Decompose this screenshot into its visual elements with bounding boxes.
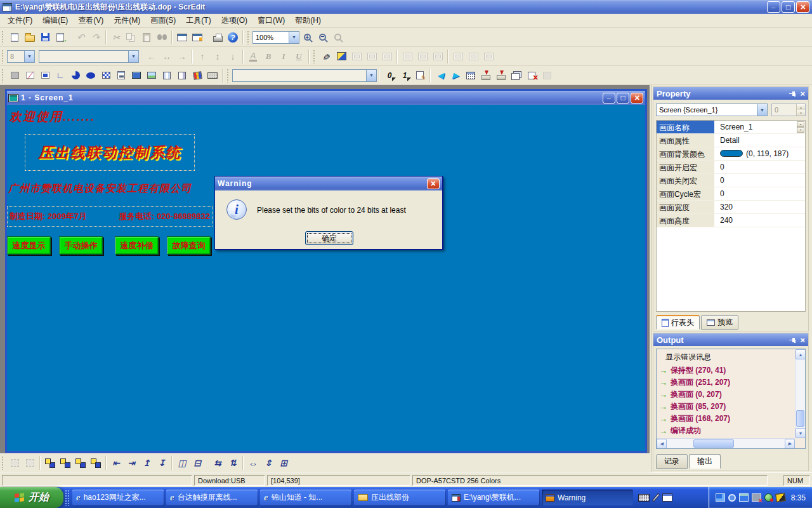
macro-button[interactable] xyxy=(412,68,428,83)
fit-height-button[interactable] xyxy=(379,49,395,64)
scroll-left-button[interactable] xyxy=(657,439,667,449)
find-button[interactable] xyxy=(154,30,169,45)
property-row[interactable]: 画面名称 Screen_1 ▲▼ xyxy=(657,121,805,134)
prev-screen-button[interactable] xyxy=(433,68,448,83)
history-tool-button[interactable] xyxy=(159,68,174,83)
scroll-up-button[interactable] xyxy=(796,349,806,359)
task-delta-forum[interactable]: 台达触摸屏离线... xyxy=(166,490,258,505)
rect-tool-button[interactable] xyxy=(37,68,53,83)
picture-tool-button[interactable] xyxy=(144,68,159,83)
size-top-button[interactable] xyxy=(450,49,466,64)
dropdown-button[interactable] xyxy=(24,51,34,62)
scroll-right-button[interactable] xyxy=(785,439,795,449)
text-color-button[interactable]: A xyxy=(246,49,261,64)
spin-up-icon[interactable]: ▲ xyxy=(797,104,805,110)
tray-network-icon[interactable] xyxy=(716,493,725,502)
ok-button[interactable]: 确定 xyxy=(305,231,353,245)
font-size-combobox[interactable]: 8 xyxy=(7,50,35,63)
index-spinbox[interactable]: 0 ▲▼ xyxy=(771,104,806,116)
italic-button[interactable] xyxy=(276,49,291,64)
screen-close-button[interactable] xyxy=(631,93,643,104)
same-size-button[interactable] xyxy=(276,455,291,471)
task-warning[interactable]: Warning xyxy=(542,490,633,505)
tab-record[interactable]: 记录 xyxy=(656,454,688,469)
tray-pencil-icon[interactable] xyxy=(775,493,786,502)
tray-network-disabled-icon[interactable] xyxy=(752,493,761,502)
zoom-in-button[interactable] xyxy=(299,30,315,45)
extra-button[interactable] xyxy=(539,68,554,83)
size-middle-button[interactable] xyxy=(466,49,481,64)
scale-tool-button[interactable] xyxy=(114,68,129,83)
company-name-text[interactable]: 广州市赞联机电设备安装工程有限公司 xyxy=(8,182,192,196)
menu-window[interactable]: 窗口(W) xyxy=(252,14,290,27)
spin-down-icon[interactable]: ▼ xyxy=(797,110,805,116)
open-button[interactable] xyxy=(22,30,37,45)
task-hao123[interactable]: hao123网址之家... xyxy=(72,490,164,505)
align-left-button[interactable] xyxy=(144,49,159,64)
state0-button[interactable] xyxy=(382,68,397,83)
dropdown-button[interactable] xyxy=(366,70,376,81)
ellipse-tool-button[interactable] xyxy=(83,68,98,83)
warning-close-button[interactable] xyxy=(427,178,440,189)
output-item[interactable]: 换画面 (168, 207) xyxy=(657,413,805,425)
property-row[interactable]: 画面Cycle宏 0 xyxy=(657,187,805,201)
screen-manager-button[interactable] xyxy=(509,68,524,83)
scrollbar-thumb[interactable] xyxy=(796,410,804,427)
copy-button[interactable] xyxy=(124,30,139,45)
system-title-element[interactable]: 压出线联动控制系统 xyxy=(25,134,195,171)
tray-app-icon[interactable] xyxy=(739,493,749,502)
align-top-button[interactable] xyxy=(195,49,210,64)
info-line-element[interactable]: 制造日期: 2009年7月 服务电话: 020-86889832 xyxy=(7,206,213,227)
align-objects-left-button[interactable] xyxy=(108,455,124,471)
dropdown-button[interactable] xyxy=(757,104,767,116)
tab-preview[interactable]: 预览 xyxy=(701,315,738,330)
property-row[interactable]: 画面背景颜色 (0, 119, 187) xyxy=(657,147,805,161)
speed-display-button[interactable]: 速度显示 xyxy=(7,236,51,255)
pattern-tool-button[interactable] xyxy=(98,68,114,83)
polyline-tool-button[interactable] xyxy=(53,68,68,83)
pin-icon[interactable] xyxy=(789,90,796,97)
export-button[interactable]: → xyxy=(53,30,68,45)
scroll-down-button[interactable] xyxy=(796,428,806,438)
close-button[interactable] xyxy=(796,1,809,13)
speed-compensation-button[interactable]: 速度补偿 xyxy=(115,236,159,255)
welcome-text[interactable]: 欢迎使用....... xyxy=(10,109,95,125)
horizontal-scrollbar[interactable] xyxy=(657,438,795,448)
panel-close-icon[interactable]: × xyxy=(800,336,805,344)
property-row[interactable]: 画面高度 240 xyxy=(657,214,805,227)
center-horizontal-button[interactable] xyxy=(174,455,190,471)
center-vertical-button[interactable] xyxy=(190,455,205,471)
move-backward-button[interactable] xyxy=(88,455,103,471)
underline-button[interactable] xyxy=(291,49,306,64)
curve-tool-button[interactable] xyxy=(174,68,190,83)
menu-screen[interactable]: 画面(S) xyxy=(145,14,181,27)
align-right-button[interactable] xyxy=(174,49,190,64)
fit-width-button[interactable] xyxy=(364,49,379,64)
spin-down-icon[interactable]: ▼ xyxy=(797,127,804,133)
tray-search-icon[interactable] xyxy=(728,494,736,502)
pin-icon[interactable] xyxy=(789,337,796,344)
line-tool-button[interactable] xyxy=(22,68,37,83)
design-canvas[interactable]: 欢迎使用....... 压出线联动控制系统 广州市赞联机电设备安装工程有限公司 … xyxy=(7,105,645,451)
space-horizontal-button[interactable] xyxy=(210,455,225,471)
menu-options[interactable]: 选项(O) xyxy=(216,14,252,27)
element-combobox[interactable] xyxy=(232,69,377,82)
new-button[interactable] xyxy=(7,30,22,45)
move-forward-button[interactable] xyxy=(73,455,88,471)
task-jinshan[interactable]: 锦山知道 - 知... xyxy=(260,490,351,505)
align-objects-bottom-button[interactable] xyxy=(154,455,169,471)
menu-element[interactable]: 元件(M) xyxy=(108,14,145,27)
fault-query-button[interactable]: 故障查询 xyxy=(167,236,211,255)
menu-file[interactable]: 文件(F) xyxy=(3,14,37,27)
property-row[interactable]: 画面开启宏 0 xyxy=(657,161,805,174)
save-button[interactable] xyxy=(37,30,53,45)
object-selector-combobox[interactable]: Screen {Screen_1} xyxy=(656,104,768,116)
arc-tool-button[interactable] xyxy=(68,68,83,83)
zoom-combobox[interactable]: 100% xyxy=(252,31,299,44)
help-button[interactable] xyxy=(225,30,240,45)
color-tool-button[interactable] xyxy=(190,68,205,83)
size-right-button[interactable] xyxy=(430,49,445,64)
output-item[interactable]: 换画面 (251, 207) xyxy=(657,377,805,389)
align-objects-right-button[interactable] xyxy=(124,455,139,471)
menu-tools[interactable]: 工具(T) xyxy=(181,14,216,27)
